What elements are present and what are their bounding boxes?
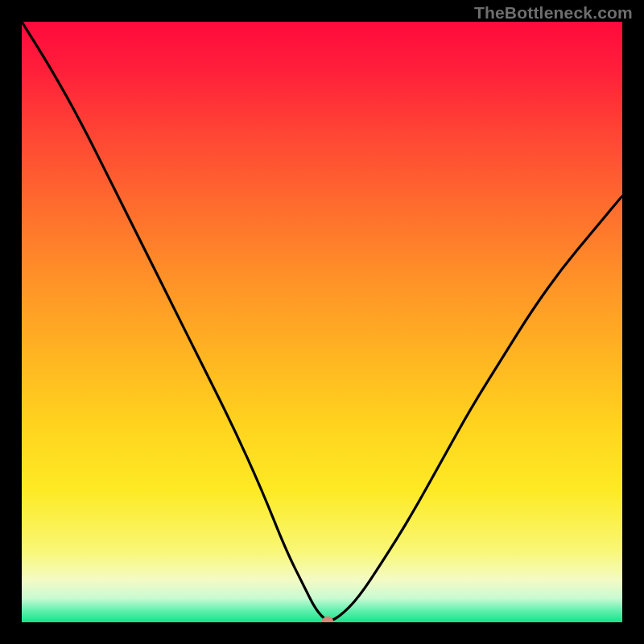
- chart-frame: TheBottleneck.com: [0, 0, 644, 644]
- watermark-text: TheBottleneck.com: [474, 3, 633, 23]
- bottleneck-curve: [22, 22, 622, 622]
- plot-area: [22, 22, 622, 622]
